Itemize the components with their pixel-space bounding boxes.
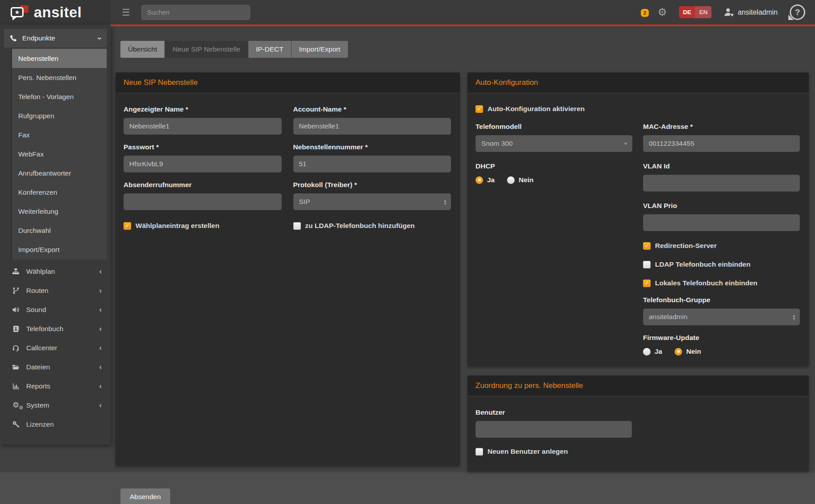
redirection-server-checkbox[interactable] — [643, 242, 651, 250]
ldap-phonebook-checkbox-row[interactable]: zu LDAP-Telefonbuch hinzufügen — [293, 222, 451, 230]
sidebar-item-waehlplan[interactable]: Wählplan ‹ — [0, 262, 111, 281]
topbar-actions: ! 2 ⚙ DE EN ansiteladmin — [643, 4, 805, 20]
ldap-phonebook-embed-checkbox[interactable] — [643, 261, 651, 268]
tab-uebersicht[interactable]: Übersicht — [120, 41, 165, 58]
benutzer-label: Benutzer — [475, 408, 800, 416]
extension-number-label: Nebenstellennummer * — [293, 143, 451, 151]
ldap-phonebook-checkbox[interactable] — [293, 222, 301, 230]
extension-number-input[interactable] — [293, 156, 451, 172]
sidebar-section-endpunkte[interactable]: Endpunkte › — [4, 29, 107, 48]
dialplan-entry-checkbox-row[interactable]: Wählplaneintrag erstellen — [124, 222, 282, 230]
autoconfig-enable-label: Auto-Konfiguration aktivieren — [487, 105, 585, 113]
password-label: Passwort * — [124, 143, 282, 151]
brand-logo[interactable]: ★ ansitel — [0, 0, 111, 24]
sidebar-item-fax[interactable]: Fax — [12, 125, 107, 144]
phonebook-group-select[interactable]: ansiteladmin ▴▾ — [643, 308, 800, 325]
brand-logo-text: ansitel — [34, 4, 82, 21]
local-phonebook-checkbox[interactable] — [643, 280, 651, 287]
dhcp-nein-radio[interactable] — [507, 176, 515, 184]
settings-gear-icon[interactable]: ⚙ — [658, 7, 667, 17]
firmware-update-label: Firmware-Update — [643, 334, 800, 342]
panel-title: Zuordnung zu pers. Nebenstelle — [467, 376, 809, 396]
tab-label: Übersicht — [128, 45, 157, 53]
address-book-icon — [11, 325, 20, 332]
sidebar-item-dateien[interactable]: Dateien ‹ — [0, 357, 111, 376]
autoconfig-enable-checkbox[interactable] — [475, 105, 483, 113]
hamburger-menu-icon[interactable]: ☰ — [122, 8, 130, 17]
sidebar-item-sound[interactable]: Sound ‹ — [0, 300, 111, 319]
chevron-left-icon: ‹ — [99, 401, 102, 410]
sidebar-item-konferenzen[interactable]: Konferenzen — [12, 183, 107, 202]
content-area: Übersicht Neue SIP Nebenstelle IP-DECT I… — [111, 24, 815, 504]
tab-ip-dect[interactable]: IP-DECT — [248, 41, 292, 58]
cogs-icon: ⚙⚙ — [11, 401, 20, 409]
vlan-id-label: VLAN Id — [643, 162, 800, 170]
phonebook-group-label: Telefonbuch-Gruppe — [643, 296, 800, 304]
search-input[interactable] — [141, 5, 250, 20]
mac-address-input[interactable] — [643, 135, 800, 152]
firmware-ja-radio[interactable] — [643, 348, 651, 356]
sidebar-item-durchwahl[interactable]: Durchwahl — [12, 221, 107, 240]
sidebar-item-routen[interactable]: Routen ‹ — [0, 281, 111, 300]
dialplan-entry-checkbox[interactable] — [124, 222, 131, 230]
sidebar-item-lizenzen[interactable]: Lizenzen — [0, 415, 111, 434]
language-toggle: DE EN — [679, 6, 712, 18]
dhcp-radio-group: Ja Nein — [475, 176, 632, 184]
lang-en-button[interactable]: EN — [695, 6, 711, 18]
firmware-nein-label: Nein — [686, 348, 701, 356]
panel-title: Auto-Konfiguration — [467, 72, 809, 93]
tab-import-export[interactable]: Import/Export — [292, 41, 348, 58]
sidebar-section-label: Endpunkte — [22, 34, 55, 42]
firmware-ja-label: Ja — [655, 348, 662, 356]
tab-bar: Übersicht Neue SIP Nebenstelle IP-DECT I… — [120, 41, 348, 58]
new-user-checkbox[interactable] — [475, 448, 483, 456]
vlan-id-input[interactable] — [643, 175, 800, 192]
new-user-checkbox-row[interactable]: Neuen Benutzer anlegen — [475, 448, 800, 456]
display-name-input[interactable] — [124, 118, 282, 135]
sidebar-item-system[interactable]: ⚙⚙ System ‹ — [0, 396, 111, 415]
phone-model-select[interactable]: Snom 300 ▾ — [475, 135, 632, 152]
protocol-select[interactable]: SIP ▴▾ — [293, 193, 451, 210]
account-name-input[interactable] — [293, 118, 451, 135]
sidebar-item-reports[interactable]: Reports ‹ — [0, 376, 111, 396]
sidebar-item-telefonbuch[interactable]: Telefonbuch ‹ — [0, 319, 111, 338]
sidebar-item-import-export[interactable]: Import/Export — [12, 240, 107, 259]
benutzer-input[interactable] — [475, 421, 632, 438]
sidebar-item-weiterleitung[interactable]: Weiterleitung — [12, 202, 107, 221]
sidebar-item-nebenstellen[interactable]: Nebenstellen — [12, 49, 107, 68]
topbar-main: ☰ ! 2 ⚙ DE EN — [111, 0, 815, 24]
sidebar-item-label: Wählplan — [26, 268, 55, 276]
submit-button[interactable]: Absenden — [120, 488, 170, 504]
sidebar-item-webfax[interactable]: WebFax — [12, 144, 107, 164]
local-phonebook-checkbox-row[interactable]: Lokales Telefonbuch einbinden — [643, 279, 800, 287]
tab-neue-sip-nebenstelle[interactable]: Neue SIP Nebenstelle — [165, 41, 248, 58]
sidebar-item-label: Import/Export — [18, 246, 60, 254]
sidebar-item-label: WebFax — [18, 150, 44, 158]
lang-de-button[interactable]: DE — [679, 6, 695, 18]
vlan-prio-input[interactable] — [643, 214, 800, 231]
sidebar-item-label: Nebenstellen — [18, 55, 58, 63]
autoconfig-enable-checkbox-row[interactable]: Auto-Konfiguration aktivieren — [475, 105, 800, 113]
sidebar-item-label: Fax — [18, 131, 30, 139]
sidebar-item-rufgruppen[interactable]: Rufgruppen — [12, 106, 107, 125]
help-button[interactable]: ? — [790, 4, 805, 20]
ldap-phonebook-embed-checkbox-row[interactable]: LDAP Telefonbuch einbinden — [643, 260, 800, 268]
username-label: ansiteladmin — [738, 8, 778, 16]
sidebar-item-telefon-vorlagen[interactable]: Telefon - Vorlagen — [12, 87, 107, 106]
password-input[interactable] — [124, 156, 282, 172]
app-root: ★ ansitel ☰ ! 2 ⚙ DE EN — [0, 0, 815, 504]
firmware-nein-radio[interactable] — [675, 348, 682, 356]
protocol-label: Protokoll (Treiber) * — [293, 181, 451, 189]
sidebar-item-handbuch[interactable]: Handbuch — [0, 440, 111, 444]
user-menu[interactable]: ansiteladmin — [723, 8, 778, 17]
redirection-server-checkbox-row[interactable]: Redirection-Server — [643, 242, 800, 250]
dhcp-nein-label: Nein — [519, 176, 534, 184]
sidebar-main-items: Wählplan ‹ Routen ‹ — [0, 260, 111, 444]
sidebar-item-pers-nebenstellen[interactable]: Pers. Nebenstellen — [12, 68, 107, 87]
chevron-left-icon: ‹ — [99, 363, 102, 372]
sidebar-item-callcenter[interactable]: Callcenter ‹ — [0, 338, 111, 357]
sender-number-input[interactable] — [124, 193, 282, 210]
sidebar-item-label: Callcenter — [26, 344, 57, 352]
dhcp-ja-radio[interactable] — [475, 176, 483, 184]
sidebar-item-anrufbeantworter[interactable]: Anrufbeantworter — [12, 164, 107, 183]
